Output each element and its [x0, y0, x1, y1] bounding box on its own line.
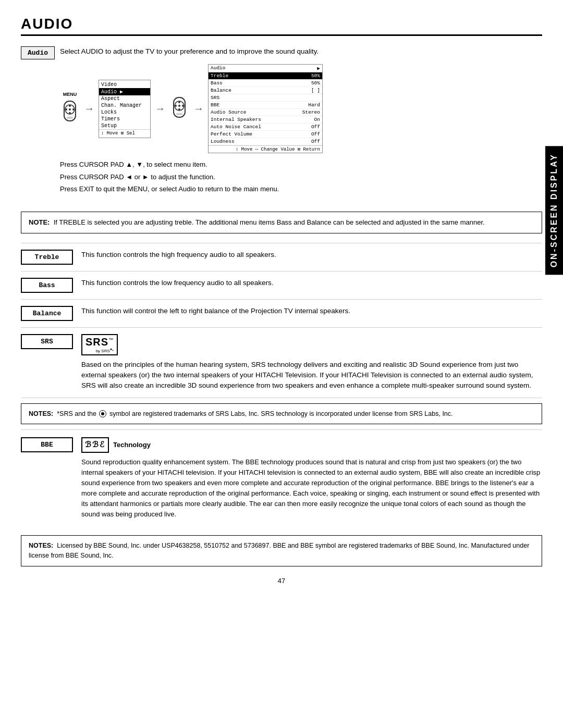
source-value: Stereo: [289, 109, 320, 115]
srs-label: SRS: [211, 95, 273, 101]
srs-feature-label: SRS: [21, 334, 73, 349]
srs-logo-text: SRS™: [85, 336, 114, 348]
sidebar-vertical-text: ON-SCREEN DISPLAY: [545, 146, 563, 275]
audio-row-noise-cancel: Auto Noise Cancel Off: [209, 124, 322, 131]
intro-description: Select AUDIO to adjust the TV to your pr…: [60, 46, 542, 57]
remote-icon: [60, 99, 80, 126]
srs-trademark-note: NOTES: *SRS and the symbol are registere…: [21, 403, 542, 425]
noise-cancel-label: Auto Noise Cancel: [211, 124, 273, 130]
menu-item-locks: Locks: [99, 109, 150, 116]
bbe-logo-text: ℬℬℰ: [85, 440, 105, 449]
top-right-area: Select AUDIO to adjust the TV to your pr…: [60, 46, 542, 202]
feature-section: Treble This function controls the high f…: [21, 243, 542, 398]
audio-row-treble: Treble 50%: [209, 72, 322, 80]
srs-feature-content: SRS™ by SRS●* Based on the principles of…: [81, 334, 542, 391]
treble-feature-label: Treble: [21, 250, 73, 265]
note-text: If TREBLE is selected you are adjusting …: [54, 218, 485, 226]
balance-label: Balance: [211, 88, 273, 93]
srs-description: Based on the principles of the human hea…: [81, 361, 533, 390]
loudness-value: Off: [289, 139, 320, 144]
svg-point-6: [69, 108, 71, 110]
bbe-notes-box: NOTES: Licensed by BBE Sound, Inc. under…: [21, 535, 542, 566]
audio-settings-header: Audio ▶: [209, 65, 322, 72]
audio-row-bbe: BBE Hard: [209, 102, 322, 109]
audio-row-bass: Bass 50%: [209, 80, 322, 87]
balance-value: [ ]: [289, 88, 320, 93]
bbe-description: Sound reproduction quality enhancement s…: [81, 458, 540, 519]
menu-item-setup: Setup: [99, 122, 150, 129]
bbe-value: Hard: [289, 102, 320, 108]
audio-settings-footer: ↕ Move ↔ Change Value ⊞ Return: [209, 145, 322, 153]
remote-icon-2: [169, 95, 189, 122]
svg-point-5: [72, 108, 75, 110]
svg-point-2: [69, 105, 71, 107]
menu-box-footer: ↕ Move ⊞ Sel: [99, 129, 150, 137]
arrow-right-1: →: [84, 103, 94, 115]
audio-row-internal-speakers: Internal Speakers On: [209, 116, 322, 124]
page-number: 47: [21, 577, 542, 585]
internal-speakers-label: Internal Speakers: [211, 117, 273, 122]
menu-item-chan-manager: Chan. Manager: [99, 102, 150, 109]
feature-row-balance: Balance This function will control the l…: [21, 299, 542, 327]
feature-row-bass: Bass This function controls the low freq…: [21, 271, 542, 299]
srs-circle-symbol: ●: [110, 347, 112, 351]
bass-feature-content: This function controls the low frequency…: [81, 278, 542, 288]
page-title: AUDIO: [21, 16, 542, 32]
audio-row-loudness: Loudness Off: [209, 138, 322, 145]
page-wrapper: ON-SCREEN DISPLAY AUDIO Audio Select AUD…: [0, 0, 563, 616]
svg-point-4: [65, 108, 67, 110]
audio-row-balance: Balance [ ]: [209, 87, 322, 94]
balance-feature-content: This function will control the left to r…: [81, 306, 542, 316]
top-section: Audio Select AUDIO to adjust the TV to y…: [21, 46, 542, 202]
svg-point-14: [178, 105, 180, 107]
note-label: NOTE:: [29, 218, 50, 226]
bbe-notes-text: Licensed by BBE Sound, Inc. under USP463…: [29, 542, 529, 559]
svg-rect-15: [176, 113, 182, 115]
menu-item-timers: Timers: [99, 116, 150, 122]
audio-row-source: Audio Source Stereo: [209, 109, 322, 116]
audio-header-label: Audio: [211, 65, 226, 71]
bass-label: Bass: [211, 80, 273, 86]
arrow-right-2: →: [155, 103, 165, 115]
menu-box-header: Video: [99, 81, 150, 88]
srs-notes-label: NOTES:: [29, 410, 53, 417]
svg-point-12: [175, 105, 177, 107]
perfect-volume-label: Perfect Volume: [211, 131, 273, 137]
treble-feature-content: This function controls the high frequenc…: [81, 250, 542, 260]
bass-feature-label: Bass: [21, 278, 73, 293]
internal-speakers-value: On: [289, 117, 320, 122]
press-instruction-3: Press EXIT to quit the MENU, or select A…: [60, 183, 542, 195]
bbe-logo-box: ℬℬℰ: [81, 437, 109, 452]
loudness-label: Loudness: [211, 139, 273, 144]
audio-settings-box: Audio ▶ Treble 50% Bass 50% Balance [ ]: [208, 64, 323, 153]
bbe-technology-label: Technology: [113, 440, 151, 450]
srs-logo-box: SRS™ by SRS●*: [81, 334, 118, 355]
svg-rect-7: [67, 117, 73, 119]
srs-tm-symbol: ™: [108, 337, 114, 342]
srs-trademark-rest: symbol are registered trademarks of SRS …: [109, 410, 453, 417]
menu-item-aspect: Aspect: [99, 95, 150, 102]
menu-controller-area: MENU: [60, 92, 80, 126]
audio-label-area: Audio: [21, 46, 55, 64]
source-label: Audio Source: [211, 109, 273, 115]
srs-logo-area: SRS™ by SRS●*: [81, 334, 542, 355]
balance-feature-label: Balance: [21, 306, 73, 321]
bbe-logo-area: ℬℬℰ Technology: [81, 437, 542, 452]
menu-item-audio-selected: Audio ▶: [99, 88, 150, 95]
menu-display-box: Video Audio ▶ Aspect Chan. Manager Locks…: [99, 80, 151, 138]
menu-label: MENU: [63, 92, 77, 97]
diagram-area: MENU →: [60, 64, 542, 153]
bbe-feature-row: BBE ℬℬℰ Technology Sound reproduction qu…: [21, 429, 542, 527]
srs-inner-dot: [101, 412, 104, 415]
srs-circle-trademark-icon: [99, 410, 106, 417]
treble-value: 50%: [289, 73, 320, 79]
page-title-section: AUDIO: [21, 16, 542, 36]
feature-row-srs: SRS SRS™ by SRS●* Based on the principle…: [21, 327, 542, 398]
treble-label: Treble: [211, 73, 273, 79]
perfect-volume-value: Off: [289, 131, 320, 137]
audio-header-arrow: ▶: [317, 65, 320, 71]
feature-row-treble: Treble This function controls the high f…: [21, 243, 542, 271]
srs-value: [289, 95, 320, 101]
press-instructions: Press CURSOR PAD ▲, ▼, to select menu it…: [60, 158, 542, 195]
audio-row-srs: SRS: [209, 94, 322, 102]
